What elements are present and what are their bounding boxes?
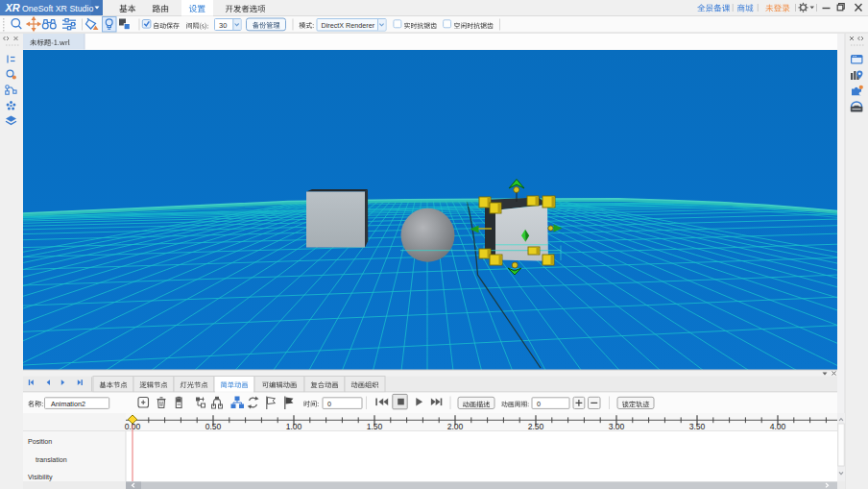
svg-text:Visibility: Visibility <box>28 474 53 481</box>
svg-text:3.50: 3.50 <box>689 422 706 431</box>
svg-text:0: 0 <box>327 400 331 408</box>
svg-text:0: 0 <box>537 400 541 408</box>
svg-text:1.50: 1.50 <box>367 422 383 431</box>
svg-text:XR: XR <box>5 2 20 13</box>
svg-text:3.00: 3.00 <box>609 422 625 431</box>
svg-text:30: 30 <box>219 21 227 30</box>
svg-text:2.00: 2.00 <box>447 422 464 431</box>
svg-text:2.50: 2.50 <box>528 422 544 431</box>
svg-text:4.00: 4.00 <box>770 422 786 431</box>
svg-text:Position: Position <box>28 438 52 446</box>
svg-text:DirectX Renderer: DirectX Renderer <box>322 21 375 30</box>
svg-text:1.00: 1.00 <box>286 422 302 431</box>
svg-text:translation: translation <box>36 456 67 464</box>
svg-text:OneSoft XR Studio: OneSoft XR Studio <box>22 4 93 13</box>
svg-text:Animation2: Animation2 <box>51 400 85 408</box>
svg-text:0.50: 0.50 <box>205 422 222 431</box>
